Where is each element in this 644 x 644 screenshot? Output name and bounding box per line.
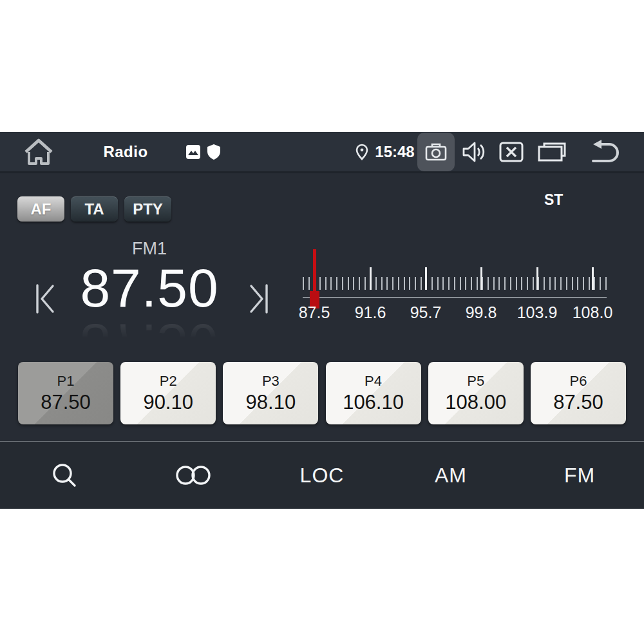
clock: 15:48 (374, 132, 416, 171)
scale-label: 95.7 (397, 303, 455, 322)
ta-button[interactable]: TA (71, 196, 118, 222)
volume-button[interactable] (459, 132, 490, 171)
preset-value: 90.10 (143, 391, 193, 414)
seek-next-icon (248, 280, 270, 317)
preset-button-p5[interactable]: P5 108.00 (428, 362, 524, 424)
camera-icon (424, 142, 448, 162)
band-label: FM1 (59, 239, 240, 259)
pty-button[interactable]: PTY (124, 196, 171, 222)
scale-minor-ticks (303, 277, 607, 290)
camera-button[interactable] (417, 133, 455, 171)
preset-value: 87.50 (553, 391, 603, 414)
status-bar: Radio 15:48 (0, 132, 644, 173)
app-title: Radio (87, 132, 164, 171)
preset-label: P3 (262, 373, 279, 390)
preset-button-p3[interactable]: P3 98.10 (223, 362, 318, 424)
loop-scan-button[interactable] (129, 442, 258, 509)
preset-label: P1 (57, 373, 75, 390)
preset-button-p1[interactable]: P1 87.50 (18, 362, 113, 424)
image-icon (186, 145, 200, 159)
preset-button-p2[interactable]: P2 90.10 (120, 362, 216, 424)
loc-label: LOC (300, 464, 345, 488)
back-icon (589, 140, 621, 164)
scale-label: 87.5 (285, 303, 343, 322)
am-label: AM (435, 464, 467, 488)
scale-major-tick (536, 267, 538, 290)
recent-apps-icon (538, 142, 566, 162)
preset-button-p4[interactable]: P4 106.10 (326, 362, 421, 424)
scale-major-tick (592, 267, 594, 290)
back-button[interactable] (587, 132, 623, 171)
frequency-scale[interactable]: 87.5 91.6 95.7 99.8 103.9 108.0 (303, 248, 615, 335)
repeat-icon (175, 464, 212, 486)
home-icon (23, 138, 55, 166)
preset-label: P5 (467, 373, 484, 390)
home-button[interactable] (22, 132, 55, 171)
preset-value: 106.10 (343, 391, 404, 414)
location-indicator (354, 132, 370, 171)
preset-label: P2 (160, 373, 177, 390)
radio-app-screen: Radio 15:48 (0, 132, 644, 509)
frequency-display: 87.50 87.50 (59, 258, 240, 342)
close-window-icon (499, 142, 524, 162)
preset-value: 108.00 (445, 391, 506, 414)
scale-major-tick (480, 267, 482, 290)
tuning-needle (313, 249, 316, 298)
bottom-bar: LOC AM FM (0, 442, 644, 509)
notification-shield[interactable] (206, 132, 222, 171)
recent-apps-button[interactable] (536, 132, 568, 171)
scale-label: 103.9 (508, 303, 566, 322)
scale-major-tick (425, 267, 427, 290)
loc-button[interactable]: LOC (258, 442, 386, 509)
shield-icon (207, 144, 220, 160)
seek-next-button[interactable] (246, 278, 272, 320)
scan-search-button[interactable] (0, 442, 129, 509)
preset-value: 87.50 (41, 391, 91, 414)
search-icon (50, 461, 79, 489)
fm-label: FM (564, 464, 595, 488)
preset-label: P4 (365, 373, 382, 390)
notification-image[interactable] (185, 132, 201, 171)
close-window-button[interactable] (497, 132, 526, 171)
af-button[interactable]: AF (17, 196, 64, 222)
seek-previous-button[interactable] (32, 278, 58, 320)
preset-value: 98.10 (246, 391, 296, 414)
scale-label: 99.8 (452, 303, 510, 322)
fm-button[interactable]: FM (515, 442, 644, 509)
am-button[interactable]: AM (386, 442, 515, 509)
scale-baseline (303, 297, 607, 298)
frequency-value: 87.50 (59, 258, 240, 317)
stereo-indicator: ST (544, 191, 563, 209)
screenshot-canvas: Radio 15:48 (0, 0, 644, 644)
location-icon (355, 144, 368, 160)
scale-label: 91.6 (341, 303, 399, 322)
preset-row: P1 87.50 P2 90.10 P3 98.10 P4 106.10 P5 … (18, 362, 626, 424)
scale-major-tick (370, 267, 372, 290)
preset-label: P6 (569, 373, 587, 390)
volume-icon (462, 141, 488, 163)
seek-previous-icon (34, 280, 56, 317)
preset-button-p6[interactable]: P6 87.50 (531, 362, 626, 424)
scale-label: 108.0 (564, 303, 621, 322)
